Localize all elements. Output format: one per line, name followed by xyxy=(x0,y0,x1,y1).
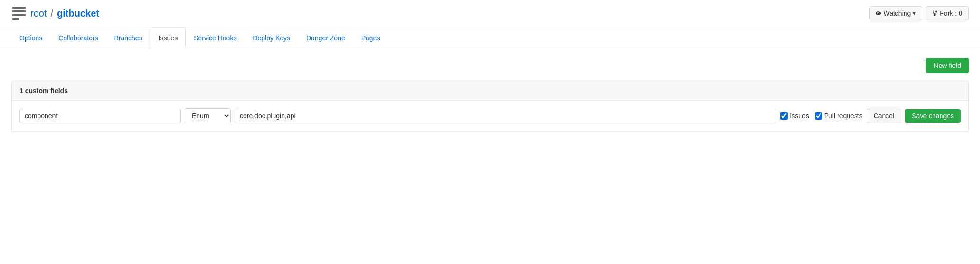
eye-icon xyxy=(876,10,881,16)
field-type-select[interactable]: Text Enum Date xyxy=(185,108,231,123)
field-row: Text Enum Date Issues Pull requests Canc… xyxy=(19,108,961,123)
tab-pages[interactable]: Pages xyxy=(353,27,388,48)
nav-tabs: Options Collaborators Branches Issues Se… xyxy=(0,27,980,48)
issues-label: Issues xyxy=(790,112,809,120)
watching-label: Watching xyxy=(883,9,911,17)
checkbox-group: Issues Pull requests xyxy=(780,112,862,120)
field-values-input[interactable] xyxy=(235,109,776,123)
svg-rect-1 xyxy=(12,10,26,12)
main-content: New field 1 custom fields Text Enum Date… xyxy=(0,48,980,141)
custom-fields-header: 1 custom fields xyxy=(12,81,968,101)
svg-rect-0 xyxy=(12,7,26,9)
fork-button[interactable]: Fork: 0 xyxy=(926,6,969,20)
repo-title: root / gitbucket xyxy=(11,6,99,21)
tab-issues[interactable]: Issues xyxy=(151,27,186,48)
tab-danger-zone[interactable]: Danger Zone xyxy=(298,27,353,48)
fork-label: Fork xyxy=(940,9,953,17)
field-name-input[interactable] xyxy=(19,109,181,123)
watching-button[interactable]: Watching ▾ xyxy=(869,6,922,20)
fork-count: 0 xyxy=(959,9,962,17)
top-bar: root / gitbucket Watching ▾ Fork: 0 xyxy=(0,0,980,27)
svg-rect-3 xyxy=(12,18,19,20)
issues-checkbox[interactable] xyxy=(780,112,788,120)
custom-fields-section: 1 custom fields Text Enum Date Issues xyxy=(11,81,969,132)
new-field-row: New field xyxy=(11,58,969,73)
new-field-button[interactable]: New field xyxy=(926,58,969,73)
pull-requests-checkbox-label[interactable]: Pull requests xyxy=(815,112,863,120)
save-changes-button[interactable]: Save changes xyxy=(905,109,961,123)
custom-fields-body: Text Enum Date Issues Pull requests Canc… xyxy=(12,101,968,131)
pull-requests-label: Pull requests xyxy=(824,112,863,120)
tab-service-hooks[interactable]: Service Hooks xyxy=(186,27,245,48)
fork-icon xyxy=(932,10,938,16)
tab-deploy-keys[interactable]: Deploy Keys xyxy=(245,27,298,48)
svg-rect-2 xyxy=(12,14,26,16)
repo-separator: / xyxy=(50,8,53,19)
top-actions: Watching ▾ Fork: 0 xyxy=(869,6,969,20)
tab-branches[interactable]: Branches xyxy=(106,27,151,48)
repo-name-link[interactable]: gitbucket xyxy=(57,8,99,19)
repo-icon xyxy=(11,6,27,21)
tab-options[interactable]: Options xyxy=(11,27,50,48)
pull-requests-checkbox[interactable] xyxy=(815,112,822,120)
watching-dropdown-icon: ▾ xyxy=(913,9,916,17)
issues-checkbox-label[interactable]: Issues xyxy=(780,112,809,120)
repo-root-link[interactable]: root xyxy=(30,8,47,19)
cancel-button[interactable]: Cancel xyxy=(867,109,902,123)
tab-collaborators[interactable]: Collaborators xyxy=(50,27,106,48)
